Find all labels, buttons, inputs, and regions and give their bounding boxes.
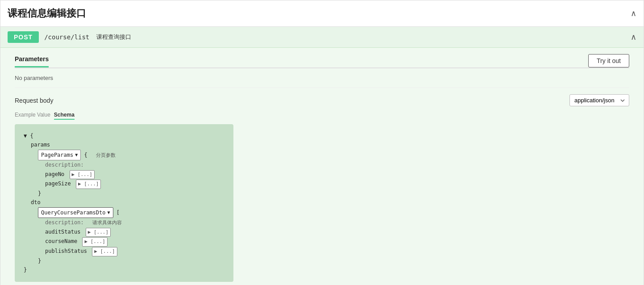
page-no-key-label: pageNo — [45, 171, 64, 177]
query-dto-type-row: QueryCourseParamsDto ▼ [ — [24, 207, 224, 218]
request-body-row: Request body application/json — [15, 88, 629, 111]
query-description-row: description: 请求具体内容 — [24, 218, 224, 227]
request-body-label: Request body — [15, 97, 53, 104]
parameters-tab[interactable]: Parameters — [15, 55, 49, 67]
page-no-value: [...] — [78, 172, 92, 177]
audit-status-row: auditStatus ▶ [...] — [24, 227, 224, 237]
schema-tabs: Example Value Schema — [15, 111, 629, 120]
page-header: 课程信息编辑接口 ∧ — [0, 0, 644, 27]
schema-tab[interactable]: Schema — [54, 111, 75, 120]
dto-close: } — [24, 256, 224, 265]
method-badge: POST — [8, 31, 39, 43]
chevron-down-icon: ▼ — [24, 133, 30, 139]
description-row: description: — [24, 160, 224, 169]
no-parameters-text: No parameters — [15, 68, 629, 88]
page-size-key-label: pageSize — [45, 180, 71, 187]
audit-status-key-label: auditStatus — [45, 229, 80, 235]
dto-key-label: dto — [31, 199, 41, 205]
endpoint-path: /course/list — [44, 34, 89, 41]
params-row: params — [24, 140, 224, 149]
code-root-close: } — [24, 265, 224, 274]
endpoint-bar: POST /course/list 课程查询接口 ∧ — [0, 27, 644, 48]
params-key-label: params — [31, 142, 50, 148]
page-params-dropdown[interactable]: PageParams ▼ — [38, 150, 81, 160]
chevron-right-icon: ▶ — [84, 239, 87, 244]
endpoint-left: POST /course/list 课程查询接口 — [8, 31, 131, 43]
content-type-select[interactable]: application/json — [569, 94, 629, 106]
open-bracket: [ — [116, 210, 120, 216]
parameters-section: Parameters Try it out No parameters Requ… — [8, 48, 636, 282]
chevron-right-icon: ▶ — [88, 229, 91, 235]
open-brace: { — [30, 133, 33, 139]
params-tab-bar: Parameters Try it out — [15, 48, 629, 68]
page-params-type-row: PageParams ▼ { 分页参数 — [24, 150, 224, 160]
page-no-row: pageNo ▶ [...] — [24, 170, 224, 180]
chevron-right-icon: ▶ — [72, 172, 75, 177]
page-params-description: 分页参数 — [96, 152, 116, 158]
endpoint-description: 课程查询接口 — [96, 33, 131, 41]
page-size-ellipsis[interactable]: ▶ [...] — [76, 180, 101, 189]
chevron-down-icon: ▼ — [108, 209, 110, 216]
dto-row: dto — [24, 198, 224, 207]
chevron-right-icon: ▶ — [78, 181, 81, 187]
code-root-open: ▼ { — [24, 131, 224, 140]
course-name-key-label: courseName — [45, 238, 77, 244]
publish-status-value: [...] — [100, 248, 115, 254]
page-size-row: pageSize ▶ [...] — [24, 179, 224, 189]
page-params-close: } — [24, 189, 224, 198]
query-description-key-label: description: — [45, 219, 84, 226]
endpoint-collapse-icon[interactable]: ∧ — [631, 32, 636, 42]
course-name-value: [...] — [91, 239, 105, 244]
description-key-label: description: — [45, 162, 84, 168]
query-dto-type-label: QueryCourseParamsDto — [41, 208, 106, 217]
audit-status-value: [...] — [94, 229, 108, 235]
course-name-row: courseName ▶ [...] — [24, 237, 224, 247]
course-name-ellipsis[interactable]: ▶ [...] — [82, 237, 107, 247]
try-it-out-button[interactable]: Try it out — [588, 54, 629, 67]
header-collapse-icon[interactable]: ∧ — [631, 8, 636, 18]
example-value-tab[interactable]: Example Value — [15, 111, 50, 120]
page-wrapper: 课程信息编辑接口 ∧ POST /course/list 课程查询接口 ∧ Pa… — [0, 0, 644, 285]
audit-status-ellipsis[interactable]: ▶ [...] — [86, 228, 111, 237]
publish-status-ellipsis[interactable]: ▶ [...] — [92, 247, 117, 256]
page-size-value: [...] — [84, 181, 99, 187]
chevron-down-icon: ▼ — [75, 151, 78, 159]
main-content: Parameters Try it out No parameters Requ… — [0, 48, 644, 285]
query-dto-description: 请求具体内容 — [92, 220, 122, 226]
page-params-type-label: PageParams — [41, 151, 73, 159]
publish-status-key-label: publishStatus — [45, 248, 87, 254]
query-dto-dropdown[interactable]: QueryCourseParamsDto ▼ — [38, 207, 113, 218]
schema-code-block: ▼ { params PageParams ▼ { 分页参数 — [15, 124, 233, 282]
page-title: 课程信息编辑接口 — [8, 7, 86, 20]
page-no-ellipsis[interactable]: ▶ [...] — [70, 170, 95, 180]
publish-status-row: publishStatus ▶ [...] — [24, 247, 224, 256]
open-brace-2: { — [84, 152, 87, 158]
chevron-right-icon: ▶ — [94, 248, 97, 254]
